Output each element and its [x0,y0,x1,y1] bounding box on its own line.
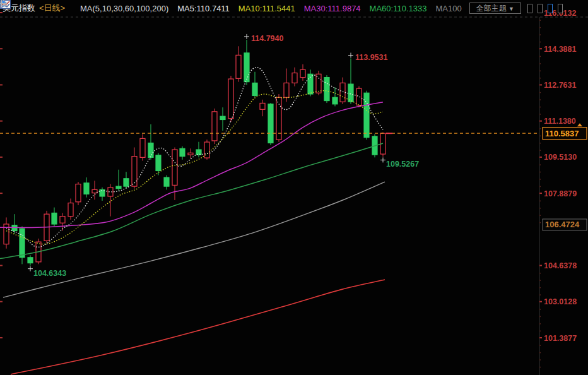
ma10-value: MA10:111.5441 [238,4,295,13]
high-price-annotation: 113.9531 [355,53,387,62]
high-price-annotation: 114.7940 [251,34,283,43]
candle-up [76,184,81,202]
minor-tick [539,294,541,295]
low-price-annotation: 109.5267 [386,160,419,169]
current-price-value: 110.5837 [545,129,579,138]
ma30-value: MA30:111.9874 [304,4,361,13]
minor-tick [539,186,541,188]
left-axis-tick [0,337,3,338]
ma-indicator-label: MA(5,10,30,60,100,200) [80,4,168,13]
minor-tick [539,222,541,223]
axis-range-button[interactable] [538,4,543,13]
candle-down [332,97,338,104]
chart-header: 美元指数 <日线> MA(5,10,30,60,100,200) MA5:110… [0,0,588,16]
theme-dropdown[interactable]: 全部主题 ▼ [469,3,521,14]
candle-down [348,84,353,102]
minor-tick [539,56,541,57]
y-axis-label: 104.6378 [544,261,577,270]
minor-tick [539,179,541,180]
right-axis-tick [539,48,542,49]
candle-down [28,258,33,263]
minor-tick [539,309,541,310]
minor-tick [539,280,541,281]
candle-down [156,155,161,171]
candle-down [116,186,121,189]
candle-up [92,189,97,193]
minor-tick [539,27,541,28]
minor-tick [539,92,541,93]
right-axis-tick [539,337,542,338]
candle-up [356,88,362,105]
y-axis-label: 107.8879 [544,189,577,198]
minor-tick [539,107,541,108]
candlestick-chart-surface[interactable]: 116.0132114.3881112.7631111.1380109.5130… [0,0,588,375]
minor-tick [539,215,541,216]
minor-tick [539,287,541,289]
candle-up [284,83,289,97]
minor-tick [539,201,541,202]
candle-up [172,150,177,185]
minor-tick [539,316,541,318]
minor-tick [539,99,541,100]
y-axis-label: 109.5130 [544,153,577,162]
candle-up [236,55,241,78]
minor-tick [539,34,541,35]
y-axis-label: 111.1380 [544,117,576,126]
candle-down [244,53,249,82]
minor-tick [539,331,541,332]
minor-tick [539,78,541,79]
left-axis-tick [0,301,3,302]
left-axis-tick [0,193,3,194]
minor-tick [539,143,541,144]
ma-line-ma200 [11,280,385,374]
chart-app: { "header": { "title": "美元指数", "period":… [0,0,588,375]
right-axis-tick [539,301,542,302]
candle-down [324,78,329,101]
candle-down [268,104,273,143]
indicator-chart-icon[interactable] [70,4,75,13]
reference-price-value: 106.4724 [545,220,580,229]
candle-down [148,143,153,157]
candle-up [300,69,305,77]
candle-up [340,83,345,102]
candle-down [164,177,169,186]
ma-line-ma60 [0,143,383,259]
right-axis-tick [539,121,542,122]
pan-tool-button[interactable] [527,4,532,13]
minor-tick [539,128,541,129]
minor-tick [539,136,541,137]
y-axis-label: 114.3881 [544,45,576,54]
period-label: <日线> [39,3,65,14]
price-up-arrow-icon [577,123,582,126]
minor-tick [539,42,541,43]
minor-tick [539,359,541,360]
minor-tick [539,172,541,173]
candle-down [124,179,129,186]
candle-down [52,213,57,224]
left-axis-tick [0,265,3,266]
right-axis-tick [539,157,542,158]
right-axis-tick [539,265,542,266]
candle-up [68,203,73,217]
candle-down [196,150,201,155]
ma-line-ma30 [0,102,383,228]
left-axis-tick [0,157,3,158]
chevron-down-icon: ▼ [509,6,514,12]
candle-up [108,188,113,196]
minor-tick [539,71,541,72]
minor-tick [539,208,541,209]
y-axis-label: 112.7631 [544,81,576,90]
y-axis-label: 101.3877 [544,334,577,343]
minor-tick [539,164,541,165]
right-axis-tick [539,193,542,194]
axis-marker-button[interactable] [548,4,553,13]
axis-shift-button[interactable] [558,4,563,13]
minor-tick [539,20,541,21]
candle-up [60,217,65,223]
candle-down [364,93,369,137]
candle-down [84,183,89,194]
candle-up [228,79,233,119]
ma60-value: MA60:110.1333 [370,4,427,13]
low-price-annotation: 104.6343 [33,269,66,278]
y-axis-label: 103.0128 [544,297,577,306]
